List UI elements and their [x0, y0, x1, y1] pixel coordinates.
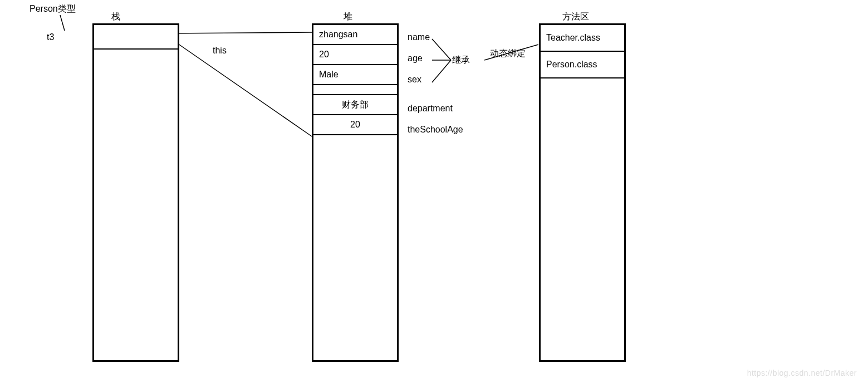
heap-label-department: department: [408, 104, 453, 114]
heap-cell-schoolage: 20: [313, 115, 397, 135]
stack-cell-t3: [94, 25, 178, 50]
method-area-title: 方法区: [562, 11, 589, 23]
svg-line-2: [167, 36, 312, 136]
heap-box: zhangsan 20 Male 财务部 20: [312, 23, 399, 362]
heap-label-schoolage: theSchoolAge: [408, 125, 463, 135]
heap-cell-sex: Male: [313, 65, 397, 85]
method-area-box: Teacher.class Person.class: [539, 23, 626, 362]
heap-cell-age: 20: [313, 45, 397, 65]
heap-label-sex: sex: [408, 75, 421, 85]
label-person-type: Person类型: [30, 3, 76, 15]
method-area-teacher: Teacher.class: [541, 25, 624, 52]
watermark: https://blog.csdn.net/DrMaker: [747, 369, 857, 377]
svg-line-1: [167, 32, 312, 33]
label-dynamic-binding: 动态绑定: [490, 48, 526, 60]
label-t3: t3: [47, 32, 54, 42]
stack-box: [92, 23, 179, 362]
heap-cell-department: 财务部: [313, 95, 397, 115]
svg-line-3: [432, 39, 451, 60]
label-this: this: [213, 46, 227, 56]
heap-gap: [313, 85, 397, 95]
heap-title: 堆: [344, 11, 352, 23]
method-area-person: Person.class: [541, 52, 624, 78]
heap-label-age: age: [408, 53, 423, 63]
heap-cell-name: zhangsan: [313, 25, 397, 45]
svg-line-0: [60, 15, 65, 31]
svg-line-5: [432, 60, 451, 82]
label-inherit: 继承: [452, 55, 470, 66]
stack-title: 栈: [111, 11, 120, 23]
heap-label-name: name: [408, 32, 430, 42]
